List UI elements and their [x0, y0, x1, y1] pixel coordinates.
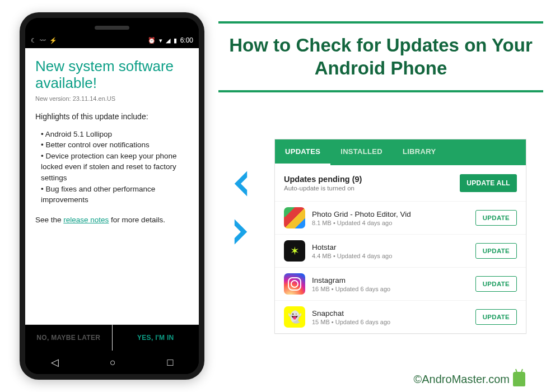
hotstar-icon [284, 240, 305, 262]
rule-bottom [218, 90, 543, 92]
recent-icon[interactable]: □ [167, 357, 173, 368]
highlights-list: Android 5.1 Lollipop Better control over… [35, 129, 189, 206]
update-all-button[interactable]: UPDATE ALL [460, 174, 517, 192]
highlights-label: Highlights of this update include: [35, 112, 189, 121]
list-item: Better control over notifications [41, 139, 189, 151]
play-store-updates-panel: UPDATES INSTALLED LIBRARY Updates pendin… [274, 139, 526, 334]
app-name: Hotstar [312, 243, 469, 251]
phone-screen: ☾ 〰 ⚡ ⏰ ▾ ◢ ▮ 6:00 New system software a… [25, 18, 199, 374]
status-time: 6:00 [180, 36, 193, 44]
see-prefix: See the [35, 216, 63, 224]
credit-text: ©AndroMaster.com [414, 373, 510, 386]
app-name: Instagram [312, 276, 469, 284]
update-version: New version: 23.11.14.en.US [35, 95, 189, 102]
alarm-icon: ⏰ [148, 37, 156, 44]
photogrid-icon [284, 207, 305, 228]
yes-im-in-button[interactable]: YES, I'M IN [113, 325, 199, 351]
snapchat-icon [284, 306, 305, 328]
update-button[interactable]: UPDATE [475, 243, 517, 259]
wifi-icon: ▾ [159, 37, 162, 44]
update-title: New system software available! [35, 58, 189, 92]
app-sub: 16 MB • Updated 6 days ago [312, 286, 469, 292]
chevron-left-icon [225, 168, 256, 199]
android-icon [513, 372, 525, 386]
update-button[interactable]: UPDATE [475, 309, 517, 325]
tabs: UPDATES INSTALLED LIBRARY [275, 139, 526, 165]
android-nav-bar: ◁ ○ □ [25, 351, 199, 374]
battery-icon: ▮ [174, 37, 177, 44]
tab-library[interactable]: LIBRARY [393, 139, 446, 165]
tab-updates[interactable]: UPDATES [275, 139, 330, 165]
release-notes-line: See the release notes for more details. [35, 216, 189, 224]
heading-block: How to Check for Updates on Your Android… [218, 21, 543, 92]
list-item: Device protection can keep your phone lo… [41, 151, 189, 184]
app-sub: 8.1 MB • Updated 4 days ago [312, 220, 469, 226]
update-button[interactable]: UPDATE [475, 276, 517, 292]
page-title: How to Check for Updates on Your Android… [218, 24, 543, 90]
chevron-right-icon [225, 216, 256, 248]
phone-mockup: ☾ 〰 ⚡ ⏰ ▾ ◢ ▮ 6:00 New system software a… [20, 12, 204, 380]
phone-speaker [95, 26, 129, 30]
no-maybe-later-button[interactable]: NO, MAYBE LATER [25, 325, 113, 351]
pending-header: Updates pending (9) Auto-update is turne… [275, 165, 526, 201]
app-name: Snapchat [312, 309, 469, 318]
system-update-dialog: New system software available! New versi… [25, 48, 199, 324]
list-item: Android 5.1 Lollipop [41, 129, 189, 140]
status-bar: ☾ 〰 ⚡ ⏰ ▾ ◢ ▮ 6:00 [25, 18, 199, 48]
app-row: Snapchat 15 MB • Updated 6 days ago UPDA… [275, 300, 526, 333]
wave-icon: 〰 [40, 37, 46, 44]
moon-icon: ☾ [31, 37, 36, 44]
release-notes-link[interactable]: release notes [63, 216, 109, 224]
arrow-pair [218, 168, 263, 248]
app-sub: 15 MB • Updated 6 days ago [312, 319, 469, 325]
app-row: Hotstar 4.4 MB • Updated 4 days ago UPDA… [275, 234, 526, 267]
signal-icon: ◢ [166, 37, 170, 44]
home-icon[interactable]: ○ [110, 357, 116, 368]
pending-title: Updates pending (9) [284, 175, 362, 184]
pending-sub: Auto-update is turned on [284, 185, 362, 192]
update-button[interactable]: UPDATE [475, 210, 517, 226]
back-icon[interactable]: ◁ [51, 356, 59, 368]
app-sub: 4.4 MB • Updated 4 days ago [312, 253, 469, 259]
app-row: Instagram 16 MB • Updated 6 days ago UPD… [275, 267, 526, 300]
instagram-icon [284, 273, 305, 295]
credit-line: ©AndroMaster.com [414, 372, 525, 386]
app-name: Photo Grid - Photo Editor, Vid [312, 210, 469, 218]
see-suffix: for more details. [109, 216, 165, 224]
dialog-buttons: NO, MAYBE LATER YES, I'M IN [25, 324, 199, 351]
bolt-icon: ⚡ [49, 37, 57, 44]
tab-installed[interactable]: INSTALLED [330, 139, 393, 165]
list-item: Bug fixes and other performance improvem… [41, 184, 189, 206]
app-row: Photo Grid - Photo Editor, Vid 8.1 MB • … [275, 201, 526, 234]
